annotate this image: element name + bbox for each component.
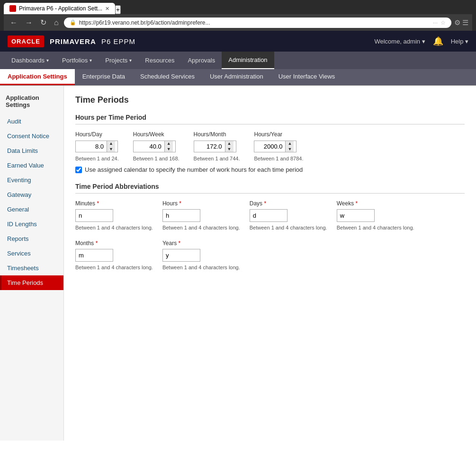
abbreviations-section-title: Time Period Abbreviations bbox=[75, 183, 465, 194]
hours-month-spinner-btns: ▲ ▼ bbox=[225, 141, 234, 152]
abbrev-weeks-label: Weeks * bbox=[337, 200, 414, 207]
favicon-icon bbox=[9, 5, 16, 12]
hours-day-down-button[interactable]: ▼ bbox=[107, 147, 115, 152]
abbrev-months-input[interactable] bbox=[75, 249, 113, 262]
abbrev-days-input[interactable] bbox=[250, 209, 287, 222]
hours-year-spinner-btns: ▲ ▼ bbox=[285, 141, 294, 152]
hours-year-down-button[interactable]: ▼ bbox=[286, 147, 294, 152]
sidebar-item-timesheets[interactable]: Timesheets bbox=[0, 261, 63, 275]
dashboards-arrow: ▾ bbox=[46, 58, 49, 63]
abbrev-weeks-input[interactable] bbox=[337, 209, 375, 222]
sidebar-title: Application Settings bbox=[0, 90, 63, 114]
main-content: Application Settings Audit Consent Notic… bbox=[0, 86, 476, 441]
bookmark-icon: ☆ bbox=[440, 19, 446, 26]
hours-year-input[interactable] bbox=[254, 141, 285, 152]
help-button[interactable]: Help bbox=[451, 38, 468, 45]
abbreviations-section: Time Period Abbreviations Minutes * Betw… bbox=[75, 183, 465, 270]
sidebar-item-gateway[interactable]: Gateway bbox=[0, 187, 63, 202]
app-title: PRIMAVERA P6 EPPM bbox=[50, 37, 135, 45]
hours-month-down-button[interactable]: ▼ bbox=[225, 147, 234, 152]
sidebar-item-id-lengths[interactable]: ID Lengths bbox=[0, 217, 63, 231]
sidebar-item-reports[interactable]: Reports bbox=[0, 231, 63, 246]
welcome-text[interactable]: Welcome, admin bbox=[374, 38, 425, 45]
sidebar-item-services[interactable]: Services bbox=[0, 246, 63, 261]
nav-portfolios[interactable]: Portfolios ▾ bbox=[55, 52, 99, 69]
back-button[interactable]: ← bbox=[8, 18, 20, 28]
abbrev-hours-field: Hours * Between 1 and 4 characters long. bbox=[162, 200, 240, 230]
subnav-user-interface-views[interactable]: User Interface Views bbox=[271, 69, 343, 85]
subnav-enterprise-data[interactable]: Enterprise Data bbox=[75, 69, 133, 85]
days-required: * bbox=[264, 200, 266, 207]
home-button[interactable]: ⌂ bbox=[52, 18, 61, 28]
hours-week-spinner[interactable]: ▲ ▼ bbox=[133, 141, 176, 152]
top-nav: Dashboards ▾ Portfolios ▾ Projects ▾ Res… bbox=[0, 52, 476, 69]
hours-month-label: Hours/Month bbox=[194, 131, 240, 138]
sidebar: Application Settings Audit Consent Notic… bbox=[0, 86, 64, 441]
forward-button[interactable]: → bbox=[23, 18, 35, 28]
hours-year-spinner[interactable]: ▲ ▼ bbox=[254, 141, 296, 152]
sidebar-item-data-limits[interactable]: Data Limits bbox=[0, 143, 63, 158]
app-sub: P6 EPPM bbox=[101, 37, 135, 45]
hours-month-up-button[interactable]: ▲ bbox=[225, 141, 234, 147]
tab-title: Primavera P6 - Application Sett... bbox=[19, 5, 102, 12]
nav-resources[interactable]: Resources bbox=[138, 52, 181, 69]
abbrev-minutes-input[interactable] bbox=[75, 209, 113, 222]
calendar-checkbox-label[interactable]: Use assigned calendar to specify the num… bbox=[85, 166, 303, 173]
address-bar[interactable]: 🔒 https://p6r19.verano.net.br/p6/action/… bbox=[64, 18, 451, 28]
hours-week-down-button[interactable]: ▼ bbox=[165, 147, 173, 152]
more-icon: ··· bbox=[433, 19, 438, 26]
portfolios-arrow: ▾ bbox=[90, 58, 92, 63]
lock-icon: 🔒 bbox=[70, 19, 76, 26]
abbrev-hours-input[interactable] bbox=[162, 209, 200, 222]
subnav-application-settings[interactable]: Application Settings bbox=[0, 69, 75, 85]
header-right: Welcome, admin 🔔 Help bbox=[374, 36, 468, 46]
hours-day-label: Hours/Day bbox=[75, 131, 119, 138]
hours-section: Hours per Time Period Hours/Day ▲ ▼ Betw… bbox=[75, 114, 465, 173]
hours-week-input[interactable] bbox=[134, 141, 164, 152]
weeks-required: * bbox=[355, 200, 358, 207]
hours-year-label: Hours/Year bbox=[254, 131, 303, 138]
hours-month-input[interactable] bbox=[194, 141, 225, 152]
hours-year-hint: Between 1 and 8784. bbox=[254, 156, 303, 161]
nav-administration[interactable]: Administration bbox=[222, 52, 274, 69]
abbrev-minutes-field: Minutes * Between 1 and 4 characters lon… bbox=[75, 200, 153, 230]
menu-icon[interactable]: ☰ bbox=[462, 18, 468, 27]
close-tab-button[interactable]: ✕ bbox=[105, 6, 109, 12]
abbrev-years-label: Years * bbox=[162, 240, 240, 247]
months-required: * bbox=[96, 240, 98, 247]
hours-year-field: Hours/Year ▲ ▼ Between 1 and 8784. bbox=[254, 131, 303, 161]
page-title: Time Periods bbox=[75, 95, 465, 105]
new-tab-button[interactable]: + bbox=[115, 5, 121, 14]
calendar-checkbox[interactable] bbox=[75, 167, 82, 173]
abbrev-hours-label: Hours * bbox=[162, 200, 240, 207]
extensions-icon[interactable]: ⚙ bbox=[454, 18, 460, 27]
hours-year-up-button[interactable]: ▲ bbox=[286, 141, 294, 147]
nav-approvals[interactable]: Approvals bbox=[181, 52, 222, 69]
hours-week-hint: Between 1 and 168. bbox=[133, 156, 180, 161]
abbrev-years-input[interactable] bbox=[162, 249, 200, 262]
abbrev-minutes-label: Minutes * bbox=[75, 200, 153, 207]
sidebar-item-time-periods[interactable]: Time Periods bbox=[0, 275, 63, 290]
hours-grid: Hours/Day ▲ ▼ Between 1 and 24. Hours/We… bbox=[75, 131, 465, 161]
hours-month-hint: Between 1 and 744. bbox=[194, 156, 240, 161]
nav-projects[interactable]: Projects ▾ bbox=[99, 52, 138, 69]
notifications-icon[interactable]: 🔔 bbox=[433, 36, 443, 46]
reload-button[interactable]: ↻ bbox=[38, 17, 49, 28]
hours-day-input[interactable] bbox=[76, 141, 107, 152]
nav-dashboards[interactable]: Dashboards ▾ bbox=[5, 52, 55, 69]
hours-month-spinner[interactable]: ▲ ▼ bbox=[194, 141, 236, 152]
subnav-user-administration[interactable]: User Administration bbox=[202, 69, 271, 85]
url-text: https://p6r19.verano.net.br/p6/action/ad… bbox=[79, 19, 430, 26]
sidebar-item-general[interactable]: General bbox=[0, 202, 63, 217]
hours-day-up-button[interactable]: ▲ bbox=[107, 141, 115, 147]
abbrev-years-hint: Between 1 and 4 characters long. bbox=[162, 265, 240, 270]
sidebar-item-earned-value[interactable]: Earned Value bbox=[0, 158, 63, 173]
sidebar-item-consent-notice[interactable]: Consent Notice bbox=[0, 129, 63, 143]
hours-day-spinner[interactable]: ▲ ▼ bbox=[75, 141, 118, 152]
subnav-scheduled-services[interactable]: Scheduled Services bbox=[133, 69, 202, 85]
sidebar-item-audit[interactable]: Audit bbox=[0, 114, 63, 129]
abbrev-hours-hint: Between 1 and 4 characters long. bbox=[162, 225, 240, 230]
sidebar-item-eventing[interactable]: Eventing bbox=[0, 173, 63, 187]
hours-week-up-button[interactable]: ▲ bbox=[165, 141, 173, 147]
years-required: * bbox=[178, 240, 180, 247]
